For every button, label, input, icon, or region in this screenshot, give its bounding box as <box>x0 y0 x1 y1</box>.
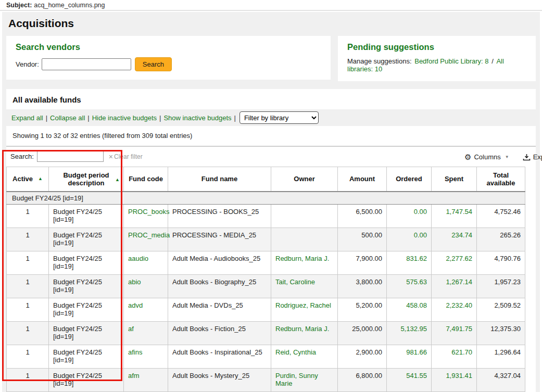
pending-suggestions-panel: Pending suggestions Manage suggestions: … <box>338 36 536 81</box>
cell-fund-code-link[interactable]: af <box>128 325 134 333</box>
cell-owner-link[interactable]: Redburn, Maria J. <box>275 325 329 333</box>
collapse-all-link[interactable]: Collapse all <box>50 114 85 122</box>
col-header-total-available[interactable]: Total available <box>477 167 525 192</box>
cell-fund-name: PROCESSING - BOOKS_25 <box>168 205 271 228</box>
cell-owner <box>271 205 338 228</box>
cell-fund-name: Adult Media - Audiobooks_25 <box>168 251 271 275</box>
chevron-down-icon: ▼ <box>505 155 509 159</box>
cell-active: 1 <box>7 275 49 298</box>
col-header-fund-code[interactable]: Fund code <box>124 167 168 192</box>
manage-suggestions-label: Manage suggestions: <box>347 57 412 65</box>
cell-owner <box>271 228 338 251</box>
suggestions-library-link[interactable]: Bedford Public Library: 8 <box>414 57 488 65</box>
cell-active: 1 <box>7 369 49 392</box>
cell-active: 1 <box>7 251 49 275</box>
table-controls-row: Search: ×Clear filter ⚙ Columns ▼ Export <box>6 146 536 167</box>
table-search-input[interactable] <box>37 151 104 162</box>
cell-fund-code-link[interactable]: afins <box>128 348 142 356</box>
cell-spent-link[interactable]: 7,491.75 <box>446 325 472 333</box>
vendor-search-button[interactable]: Search <box>135 57 172 71</box>
clear-filter-button[interactable]: ×Clear filter <box>109 153 143 161</box>
cell-spent-link[interactable]: 621.70 <box>451 348 472 356</box>
cell-ordered-link[interactable]: 5,132.95 <box>400 325 427 333</box>
cell-spent-link[interactable]: 1,267.14 <box>446 278 472 286</box>
export-button[interactable]: Export <box>523 153 542 161</box>
cell-ordered-link[interactable]: 981.66 <box>406 348 427 356</box>
cell-budget-period: Budget FY24/25 [id=19] <box>49 322 124 345</box>
col-header-spent[interactable]: Spent <box>432 167 477 192</box>
top-cards-row: Search vendors Vendor: Search Pending su… <box>6 36 536 81</box>
cell-fund-code-link[interactable]: advd <box>128 301 143 309</box>
cell-fund-name: Adult Books - Biography_25 <box>168 275 271 298</box>
col-header-fund-name[interactable]: Fund name <box>168 167 271 192</box>
cell-owner-link[interactable]: Tait, Caroline <box>275 278 315 286</box>
cell-spent-link[interactable]: 1,747.54 <box>446 208 472 216</box>
cell-fund-code-link[interactable]: afm <box>128 372 140 380</box>
cell-owner: Tait, Caroline <box>271 275 338 298</box>
budget-group-label: Budget FY24/25 [id=19] <box>7 192 525 205</box>
cell-amount: 7,900.00 <box>338 251 387 275</box>
hide-inactive-budgets-link[interactable]: Hide inactive budgets <box>92 114 157 122</box>
cell-fund-code: afins <box>124 345 168 369</box>
vendor-input[interactable] <box>42 58 131 70</box>
cell-fund-code: afm <box>124 369 168 392</box>
filter-by-library-select[interactable]: Filter by library <box>240 111 319 124</box>
cell-ordered-link[interactable]: 0.00 <box>414 208 427 216</box>
subject-caption-top: Subject:acq_home_columns.png <box>0 0 542 10</box>
cell-fund-code-link[interactable]: PROC_media <box>128 231 170 239</box>
columns-button[interactable]: ⚙ Columns ▼ <box>464 153 509 161</box>
cell-ordered: 575.63 <box>387 275 432 298</box>
cell-spent: 1,267.14 <box>432 275 477 298</box>
cell-budget-period: Budget FY24/25 [id=19] <box>49 228 124 251</box>
funds-heading: All available funds <box>12 95 536 104</box>
cell-ordered-link[interactable]: 458.08 <box>406 301 427 309</box>
cell-active: 1 <box>7 345 49 369</box>
cell-ordered-link[interactable]: 575.63 <box>406 278 427 286</box>
cell-fund-name: Adult Books - Fiction_25 <box>168 322 271 345</box>
cell-amount: 3,800.00 <box>338 275 387 298</box>
cell-budget-period: Budget FY24/25 [id=19] <box>49 345 124 369</box>
vendor-label: Vendor: <box>16 60 39 68</box>
table-row: 1Budget FY24/25 [id=19]afinsAdult Books … <box>7 345 525 369</box>
cell-ordered-link[interactable]: 831.62 <box>406 255 427 262</box>
cell-spent: 1,747.54 <box>432 205 477 228</box>
cell-total-available: 265.26 <box>477 228 525 251</box>
cell-amount: 6,800.00 <box>338 369 387 392</box>
main-container: Acquisitions Search vendors Vendor: Sear… <box>2 12 540 392</box>
col-header-ordered[interactable]: Ordered <box>387 167 432 192</box>
cell-owner-link[interactable]: Redburn, Maria J. <box>275 255 329 262</box>
cell-owner-link[interactable]: Rodriguez, Rachel <box>275 301 331 309</box>
cell-fund-code-link[interactable]: abio <box>128 278 141 286</box>
col-header-budget-period[interactable]: Budget period description▲ <box>49 167 124 192</box>
table-row: 1Budget FY24/25 [id=19]afmAdult Books - … <box>7 369 525 392</box>
expand-all-link[interactable]: Expand all <box>11 114 43 122</box>
cell-budget-period: Budget FY24/25 [id=19] <box>49 251 124 275</box>
cell-spent-link[interactable]: 2,277.62 <box>446 255 472 262</box>
col-header-amount[interactable]: Amount <box>338 167 387 192</box>
cell-active: 1 <box>7 205 49 228</box>
table-search-area: Search: ×Clear filter <box>10 151 532 162</box>
cell-owner-link[interactable]: Reid, Cynthia <box>275 348 316 356</box>
cell-total-available: 4,327.04 <box>477 369 525 392</box>
cell-fund-code-link[interactable]: aaudio <box>128 255 148 262</box>
cell-spent: 234.74 <box>432 228 477 251</box>
cell-spent-link[interactable]: 2,232.40 <box>446 301 472 309</box>
cell-spent-link[interactable]: 1,931.41 <box>446 372 472 380</box>
cell-spent: 2,232.40 <box>432 298 477 322</box>
cell-owner-link[interactable]: Purdin, Sunny Marie <box>275 372 318 387</box>
cell-spent-link[interactable]: 234.74 <box>451 231 472 239</box>
search-vendors-heading: Search vendors <box>16 42 321 52</box>
cell-fund-code: aaudio <box>124 251 168 275</box>
cell-budget-period: Budget FY24/25 [id=19] <box>49 298 124 322</box>
col-header-active[interactable]: Active▲ <box>7 167 49 192</box>
col-header-owner[interactable]: Owner <box>271 167 338 192</box>
sort-asc-arrow-icon: ▲ <box>115 177 120 182</box>
cell-ordered-link[interactable]: 0.00 <box>414 231 427 239</box>
table-row: 1Budget FY24/25 [id=19]aaudioAdult Media… <box>7 251 525 275</box>
cell-ordered-link[interactable]: 541.55 <box>406 372 427 380</box>
cell-fund-name: PROCESSING - MEDIA_25 <box>168 228 271 251</box>
show-inactive-budgets-link[interactable]: Show inactive budgets <box>163 114 231 122</box>
cell-fund-code-link[interactable]: PROC_books <box>128 208 169 216</box>
pending-suggestions-heading: Pending suggestions <box>347 42 526 52</box>
suggestions-separator: / <box>491 57 494 65</box>
